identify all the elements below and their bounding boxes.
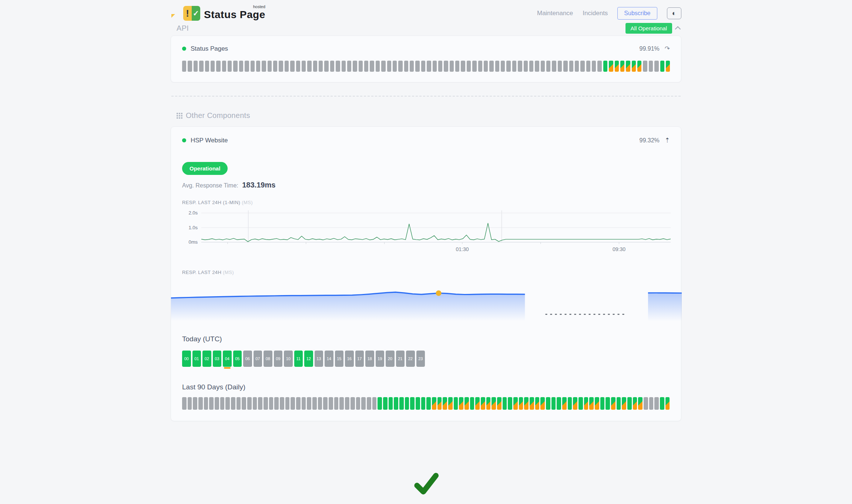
- uptime-bar-no-data: [552, 61, 556, 72]
- theme-toggle-button[interactable]: ◐: [667, 7, 681, 20]
- uptime-bar-no-data: [290, 61, 294, 72]
- other-components-title: Other Components: [177, 111, 681, 120]
- uptime-bar-no-data: [222, 61, 226, 72]
- uptime-bar-no-data: [345, 397, 349, 410]
- uptime-bar-partial-degraded: [562, 397, 567, 410]
- uptime-bar-no-data: [350, 397, 355, 410]
- uptime-bar-no-data: [199, 61, 203, 72]
- uptime-bar-no-data: [381, 61, 385, 72]
- uptime-bar-partial-degraded: [573, 397, 577, 410]
- uptime-bar-no-data: [592, 61, 596, 72]
- uptime-bar-no-data: [367, 397, 371, 410]
- uptime-bar-no-data: [444, 61, 448, 72]
- uptime-bar-no-data: [649, 61, 653, 72]
- uptime-bar-operational: [394, 397, 398, 410]
- uptime-bar-no-data: [291, 397, 295, 410]
- uptime-bar-operational: [557, 397, 561, 410]
- subscribe-button[interactable]: Subscribe: [617, 7, 657, 20]
- uptime-bar-partial-degraded: [633, 397, 637, 410]
- uptime-bar-operational: [600, 397, 605, 410]
- component-name-row: Status Pages: [182, 45, 228, 53]
- uptime-bar-no-data: [455, 61, 459, 72]
- uptime-bar-no-data: [285, 397, 290, 410]
- hour-block-13: 13: [315, 351, 323, 367]
- nav-incidents[interactable]: Incidents: [583, 10, 608, 17]
- uptime-bar-partial-degraded: [584, 397, 588, 410]
- uptime-bar-no-data: [307, 61, 311, 72]
- last90-title: Last 90 Days (Daily): [182, 383, 670, 391]
- uptime-percent: 99.91%: [639, 45, 659, 52]
- uptime-bar-no-data: [296, 61, 300, 72]
- uptime-bar-no-data: [280, 397, 284, 410]
- uptime-bar-partial-degraded: [459, 397, 463, 410]
- uptime-bar-no-data: [433, 61, 437, 72]
- uptime-bar-partial-degraded: [620, 61, 624, 72]
- uptime-bar-no-data: [654, 397, 659, 410]
- uptime-bar-partial-degraded: [486, 397, 491, 410]
- uptime-bar-no-data: [247, 397, 252, 410]
- uptime-bar-partial-degraded: [540, 397, 545, 410]
- uptime-bar-partial-degraded: [615, 61, 619, 72]
- chart2-label: RESP. LAST 24H: [182, 270, 221, 275]
- other-components-label: Other Components: [186, 111, 250, 120]
- response-minute-chart: 2.0s1.0s0ms01:3009:30: [182, 210, 670, 257]
- uptime-bar-no-data: [644, 397, 648, 410]
- trend-up-icon[interactable]: ⇡: [665, 136, 670, 144]
- hour-block-07: 07: [254, 351, 262, 367]
- uptime-bar-operational: [426, 397, 431, 410]
- uptime-bar-no-data: [438, 61, 442, 72]
- uptime-bar-no-data: [336, 61, 340, 72]
- header: ! ✓ Status Page hosted Maintenance Incid…: [171, 4, 681, 22]
- chevron-up-icon[interactable]: [675, 26, 681, 32]
- uptime-bar-no-data: [472, 61, 476, 72]
- refresh-icon[interactable]: ↷: [665, 45, 670, 53]
- hour-block-08: 08: [264, 351, 272, 367]
- logo-tail: [171, 14, 175, 18]
- uptime-bar-operational: [470, 397, 474, 410]
- uptime-bar-no-data: [274, 397, 279, 410]
- hour-block-02: 02: [202, 351, 211, 367]
- svg-text:01:30: 01:30: [456, 246, 469, 252]
- half-moon-icon: ◐: [672, 9, 676, 17]
- big-check-icon: [412, 469, 440, 498]
- data-point-marker[interactable]: [436, 290, 442, 296]
- nav-maintenance[interactable]: Maintenance: [537, 10, 573, 17]
- uptime-bar-no-data: [529, 61, 533, 72]
- uptime-bar-partial-degraded: [443, 397, 447, 410]
- uptime-bar-no-data: [347, 61, 351, 72]
- uptime-bar-no-data: [313, 61, 317, 72]
- uptime-bar-no-data: [318, 397, 322, 410]
- uptime-bar-no-data: [506, 61, 510, 72]
- hour-block-05: 05: [233, 351, 242, 367]
- uptime-bar-no-data: [569, 61, 573, 72]
- uptime-bar-operational: [603, 61, 607, 72]
- svg-text:2.0s: 2.0s: [188, 210, 198, 216]
- hour-block-17: 17: [355, 351, 364, 367]
- uptime-bar-no-data: [204, 397, 208, 410]
- uptime-bar-operational: [405, 397, 409, 410]
- chart1-label: RESP. LAST 24H (1-MIN): [182, 200, 240, 205]
- uptime-bar-no-data: [205, 61, 209, 72]
- uptime-bar-no-data: [312, 397, 317, 410]
- svg-text:1.0s: 1.0s: [188, 225, 198, 230]
- uptime-bar-no-data: [421, 61, 425, 72]
- uptime-bar-partial-degraded: [609, 61, 613, 72]
- uptime-bar-operational: [378, 397, 382, 410]
- uptime-bar-no-data: [253, 397, 257, 410]
- uptime-bar-no-data: [211, 61, 215, 72]
- uptime-bar-no-data: [307, 397, 311, 410]
- main-nav: Maintenance Incidents Subscribe ◐: [537, 7, 681, 20]
- uptime-bar-no-data: [524, 61, 528, 72]
- uptime-bar-operational: [383, 397, 388, 410]
- hour-block-11: 11: [294, 351, 303, 367]
- uptime-bar-no-data: [575, 61, 579, 72]
- exclaim-icon: !: [183, 6, 192, 21]
- uptime-bar-no-data: [563, 61, 567, 72]
- avg-response-label: Avg. Response Time:: [182, 182, 238, 189]
- uptime-bar-no-data: [342, 61, 346, 72]
- logo-bubble-icon: ! ✓: [183, 6, 200, 21]
- uptime-bar-no-data: [329, 397, 333, 410]
- avg-response-value: 183.19ms: [242, 181, 275, 189]
- hour-block-01: 01: [192, 351, 201, 367]
- uptime-bar-no-data: [586, 61, 590, 72]
